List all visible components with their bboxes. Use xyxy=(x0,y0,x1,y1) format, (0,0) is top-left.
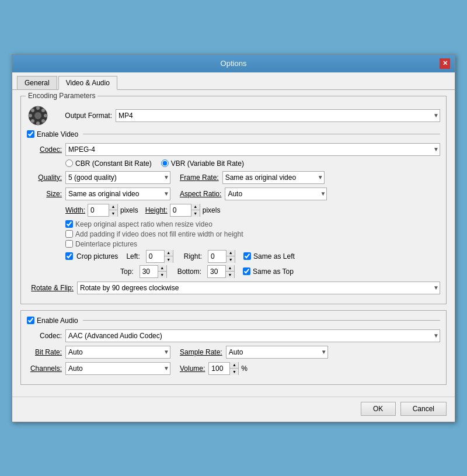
bitrate-samplerate-row: Bit Rate: Auto ▼ Sample Rate: Auto ▼ xyxy=(27,346,440,359)
top-down-button[interactable]: ▼ xyxy=(158,272,166,278)
crop-pictures-checkbox[interactable] xyxy=(65,252,73,260)
channels-label: Channels: xyxy=(27,364,62,373)
rotate-flip-select[interactable]: Rotate by 90 degrees clockwise xyxy=(77,282,440,294)
height-label: Height: xyxy=(145,206,168,214)
channels-volume-row: Channels: Auto ▼ Volume: ▲ ▼ % xyxy=(27,362,440,375)
enable-video-divider: Enable Video xyxy=(27,130,440,138)
width-input[interactable] xyxy=(88,204,109,216)
size-label: Size: xyxy=(27,190,62,198)
sample-rate-label: Sample Rate: xyxy=(180,348,222,356)
volume-spinbox-buttons: ▲ ▼ xyxy=(229,362,238,375)
codec-select[interactable]: MPEG-4 xyxy=(65,143,440,156)
frame-rate-label: Frame Rate: xyxy=(180,173,219,182)
width-height-row: Width: ▲ ▼ pixels Height: ▲ ▼ xyxy=(27,204,440,217)
right-down-button[interactable]: ▼ xyxy=(226,256,235,263)
sample-rate-select-wrapper: Auto ▼ xyxy=(226,346,328,359)
keep-aspect-row: Keep original aspect ratio when resize v… xyxy=(65,220,440,228)
svg-point-5 xyxy=(44,114,47,117)
rotate-flip-row: Rotate & Flip: Rotate by 90 degrees cloc… xyxy=(27,282,440,294)
enable-audio-checkbox[interactable] xyxy=(27,317,34,324)
close-button[interactable]: ✕ xyxy=(440,58,450,69)
right-spinbox: ▲ ▼ xyxy=(208,250,235,263)
channels-select[interactable]: Auto xyxy=(65,362,170,375)
aspect-ratio-label: Aspect Ratio: xyxy=(180,190,221,198)
left-down-button[interactable]: ▼ xyxy=(165,256,173,263)
keep-aspect-checkbox[interactable] xyxy=(65,220,73,228)
frame-rate-select[interactable]: Same as original video xyxy=(222,171,325,184)
height-down-button[interactable]: ▼ xyxy=(191,210,200,217)
same-as-top-checkbox[interactable] xyxy=(243,267,250,275)
enable-video-checkbox[interactable] xyxy=(27,130,34,138)
width-down-button[interactable]: ▼ xyxy=(109,210,117,217)
aspect-ratio-select-wrapper: Auto ▼ xyxy=(225,187,327,200)
ok-button[interactable]: OK xyxy=(361,402,396,416)
output-format-row: Output Format: MP4 ▼ xyxy=(27,105,440,127)
left-input[interactable] xyxy=(147,251,164,262)
left-up-button[interactable]: ▲ xyxy=(165,250,173,257)
bitrate-mode-group: CBR (Constant Bit Rate) VBR (Variable Bi… xyxy=(65,159,440,168)
height-spinbox-buttons: ▲ ▼ xyxy=(191,204,200,217)
bit-rate-select-wrapper: Auto ▼ xyxy=(65,346,170,359)
svg-point-7 xyxy=(41,119,45,123)
volume-input[interactable] xyxy=(209,363,229,374)
add-padding-checkbox[interactable] xyxy=(65,230,73,238)
audio-group: Enable Audio Codec: AAC (Advanced Audio … xyxy=(20,310,447,385)
quality-select[interactable]: 5 (good quality) xyxy=(65,171,170,184)
bottom-down-button[interactable]: ▼ xyxy=(226,272,234,278)
width-spinbox-buttons: ▲ ▼ xyxy=(109,204,117,217)
left-spinbox-buttons: ▲ ▼ xyxy=(164,250,173,263)
cbr-radio-item: CBR (Constant Bit Rate) xyxy=(65,159,152,168)
volume-up-button[interactable]: ▲ xyxy=(230,362,238,369)
add-padding-row: Add padding if video does not fill entir… xyxy=(65,230,440,238)
enable-video-row: Enable Video xyxy=(27,130,78,138)
add-padding-label: Add padding if video does not fill entir… xyxy=(75,230,243,238)
right-input[interactable] xyxy=(208,251,226,262)
bit-rate-select[interactable]: Auto xyxy=(65,346,170,359)
deinterlace-checkbox[interactable] xyxy=(65,240,73,248)
size-select-wrapper: Same as original video ▼ xyxy=(65,187,170,200)
left-label: Left: xyxy=(126,252,140,260)
top-input[interactable] xyxy=(140,266,158,277)
quality-framerate-row: Quality: 5 (good quality) ▼ Frame Rate: … xyxy=(27,171,440,184)
cbr-radio[interactable] xyxy=(65,159,73,167)
cancel-button[interactable]: Cancel xyxy=(400,402,447,416)
tab-general[interactable]: General xyxy=(17,76,57,89)
volume-down-button[interactable]: ▼ xyxy=(230,369,238,375)
vbr-radio[interactable] xyxy=(161,159,169,167)
width-up-button[interactable]: ▲ xyxy=(109,204,117,211)
right-up-button[interactable]: ▲ xyxy=(226,250,235,257)
output-format-select[interactable]: MP4 xyxy=(116,109,440,122)
pixels-label-1: pixels xyxy=(120,206,138,214)
top-up-button[interactable]: ▲ xyxy=(158,265,166,272)
sample-rate-select[interactable]: Auto xyxy=(226,346,328,359)
bottom-input[interactable] xyxy=(208,266,225,277)
audio-codec-select[interactable]: AAC (Advanced Audio Codec) xyxy=(65,329,440,342)
pixels-label-2: pixels xyxy=(203,206,221,214)
bottom-label: Bottom: xyxy=(177,267,201,276)
svg-point-2 xyxy=(36,106,40,110)
codec-select-wrapper: MPEG-4 ▼ xyxy=(65,143,440,156)
keep-aspect-label: Keep original aspect ratio when resize v… xyxy=(75,220,212,228)
height-up-button[interactable]: ▲ xyxy=(191,204,200,211)
vbr-radio-item: VBR (Variable Bit Rate) xyxy=(161,159,244,168)
volume-spinbox: ▲ ▼ xyxy=(208,362,239,375)
cbr-label: CBR (Constant Bit Rate) xyxy=(75,159,152,168)
same-as-left-checkbox[interactable] xyxy=(243,252,251,260)
frame-rate-select-wrapper: Same as original video ▼ xyxy=(222,171,325,184)
bottom-buttons: OK Cancel xyxy=(12,397,455,422)
top-spinbox: ▲ ▼ xyxy=(140,265,167,278)
bottom-spinbox: ▲ ▼ xyxy=(207,265,235,278)
tab-video-audio[interactable]: Video & Audio xyxy=(58,76,117,90)
bottom-up-button[interactable]: ▲ xyxy=(226,265,234,272)
title-bar: Options ✕ xyxy=(12,55,455,72)
output-format-label: Output Format: xyxy=(54,112,112,120)
width-label: Width: xyxy=(65,206,85,214)
size-select[interactable]: Same as original video xyxy=(65,187,170,200)
crop-row-1: Crop pictures Left: ▲ ▼ Right: ▲ ▼ xyxy=(65,250,440,263)
height-input[interactable] xyxy=(170,204,191,216)
quality-label: Quality: xyxy=(27,173,62,182)
audio-codec-label: Codec: xyxy=(27,332,62,340)
svg-point-9 xyxy=(31,119,34,123)
svg-point-6 xyxy=(31,109,34,112)
aspect-ratio-select[interactable]: Auto xyxy=(225,187,327,200)
